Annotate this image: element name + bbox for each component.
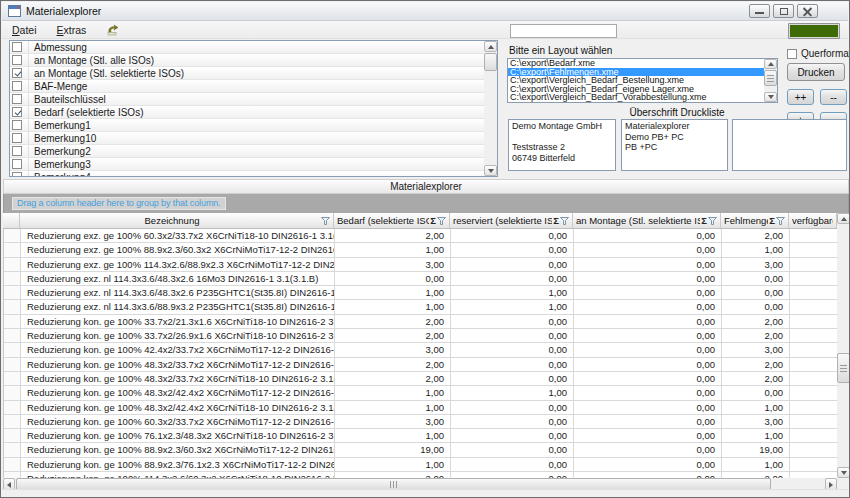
scroll-up-button[interactable] — [837, 213, 850, 224]
menu-bar: DateiExtras — [2, 21, 848, 39]
table-row[interactable]: Reduzierung kon. ge 100% 88.9x2.3/60.3x2… — [4, 443, 837, 457]
table-row[interactable]: Reduzierung kon. ge 100% 48.3x2/33.7x2 X… — [4, 358, 837, 372]
filter-icon[interactable] — [437, 217, 446, 225]
table-row[interactable]: Reduzierung kon. ge 100% 33.7x2/21.3x1.6… — [4, 315, 837, 329]
checkbox-cell — [10, 41, 29, 53]
scroll-up-button[interactable] — [484, 41, 497, 52]
column-header[interactable] — [3, 213, 20, 228]
value-cell: 2,00 — [335, 229, 451, 242]
header-title-box[interactable]: Materialexplorer Demo PB+ PC PB +PC — [621, 119, 728, 171]
scroll-down-button[interactable] — [764, 92, 777, 102]
checkbox[interactable] — [12, 120, 22, 130]
column-header-label: an Montage (Stl. selektierte ISOs) — [576, 215, 700, 226]
checkbox[interactable] — [12, 55, 22, 65]
table-row[interactable]: Reduzierung kon. ge 100% 48.3x2/42.4x2 X… — [4, 386, 837, 400]
column-header[interactable]: verfügbarer — [789, 213, 837, 228]
menu-item-datei[interactable]: Datei — [2, 21, 47, 38]
scroll-down-button[interactable] — [837, 467, 850, 478]
bezeichnung-cell: Reduzierung kon. ge 100% 48.3x2/33.7x2 X… — [21, 372, 335, 385]
field-list-item[interactable]: Bemerkung4 — [10, 171, 484, 176]
field-list-item[interactable]: Bemerkung2 — [10, 145, 484, 158]
sum-icon[interactable]: Σ — [430, 215, 436, 226]
column-header[interactable]: Bezeichnung — [20, 213, 334, 228]
field-list-item[interactable]: Bemerkung1 — [10, 119, 484, 132]
table-row[interactable]: Reduzierung exz. nl 114.3x3.6/48.3x2.6 1… — [4, 272, 837, 286]
scroll-up-button[interactable] — [764, 59, 777, 69]
sum-icon[interactable]: Σ — [701, 215, 707, 226]
sum-icon[interactable]: Σ — [769, 215, 775, 226]
layout-list-scrollbar[interactable] — [764, 59, 777, 102]
filter-icon[interactable] — [708, 217, 717, 225]
table-row[interactable]: Reduzierung exz. ge 100% 88.9x2.3/60.3x2… — [4, 243, 837, 257]
row-indicator — [4, 386, 21, 399]
maximize-button[interactable] — [773, 4, 794, 18]
layout-option[interactable]: C:\export\Vergleich_Bedarf_Vorabbestellu… — [508, 93, 764, 102]
column-header[interactable]: reserviert (selektierte ISOs)Σ — [450, 213, 573, 228]
column-header[interactable]: an Montage (Stl. selektierte ISOs)Σ — [573, 213, 721, 228]
table-row[interactable]: Reduzierung kon. ge 100% 76.1x2.3/48.3x2… — [4, 429, 837, 443]
field-list-item[interactable]: an Montage (Stl. selektierte ISOs) — [10, 67, 484, 80]
value-cell: 0,00 — [451, 272, 574, 285]
field-list-item[interactable]: an Montage (Stl. alle ISOs) — [10, 54, 484, 67]
plus-plus-button[interactable]: ++ — [787, 89, 814, 105]
checkbox[interactable] — [12, 42, 22, 52]
value-cell: 1,00 — [451, 286, 574, 299]
sum-icon[interactable]: Σ — [553, 215, 559, 226]
field-list-item[interactable]: Bemerkung3 — [10, 158, 484, 171]
filter-icon[interactable] — [776, 217, 785, 225]
checkbox[interactable] — [12, 107, 22, 117]
minus-minus-button[interactable]: -- — [820, 89, 847, 105]
field-list-item[interactable]: Abmessung — [10, 41, 484, 54]
checkbox[interactable] — [12, 172, 22, 176]
table-row[interactable]: Reduzierung exz. ge 100% 114.3x2.6/88.9x… — [4, 258, 837, 272]
field-list-item[interactable]: Bauteilschlüssel — [10, 93, 484, 106]
grid-vertical-scrollbar[interactable] — [837, 213, 850, 478]
maximize-icon — [780, 8, 788, 15]
column-header[interactable]: Bedarf (selektierte ISOs)Σ — [334, 213, 450, 228]
reload-icon[interactable] — [106, 24, 120, 36]
close-button[interactable] — [797, 4, 818, 18]
table-row[interactable]: Reduzierung exz. nl 114.3x3.6/88.9x3.2 P… — [4, 300, 837, 314]
checkbox[interactable] — [12, 133, 22, 143]
header-extra-box[interactable] — [732, 119, 847, 171]
table-row[interactable]: Reduzierung kon. ge 100% 88.9x2.3/76.1x2… — [4, 458, 837, 472]
filter-icon[interactable] — [560, 217, 569, 225]
table-row[interactable]: Reduzierung kon. ge 100% 48.3x2/42.4x2 X… — [4, 401, 837, 415]
value-cell: 3,00 — [722, 415, 790, 428]
table-row[interactable]: Reduzierung kon. ge 100% 48.3x2/33.7x2 X… — [4, 372, 837, 386]
filter-icon[interactable] — [321, 217, 330, 225]
checkbox[interactable] — [12, 146, 22, 156]
table-row[interactable]: Reduzierung exz. ge 100% 60.3x2/33.7x2 X… — [4, 229, 837, 243]
scroll-down-button[interactable] — [484, 165, 497, 176]
checkbox[interactable] — [12, 94, 22, 104]
field-label: Bemerkung4 — [29, 172, 91, 177]
minimize-button[interactable] — [749, 4, 770, 18]
field-list-scrollbar[interactable] — [484, 41, 497, 176]
table-row[interactable]: Reduzierung kon. ge 100% 60.3x2/33.7x2 X… — [4, 415, 837, 429]
scrollbar-thumb[interactable] — [764, 70, 777, 86]
field-list-item[interactable]: Bedarf (selektierte ISOs) — [10, 106, 484, 119]
drucken-button[interactable]: Drucken — [787, 63, 845, 81]
bezeichnung-cell: Reduzierung kon. ge 100% 76.1x2.3/48.3x2… — [21, 429, 335, 442]
checkbox[interactable] — [12, 81, 22, 91]
table-row[interactable]: Reduzierung exz. nl 114.3x3.6/48.3x2.6 P… — [4, 286, 837, 300]
table-row[interactable]: Reduzierung kon. ge 100% 33.7x2/26.9x1.6… — [4, 329, 837, 343]
value-cell: 0,00 — [574, 329, 722, 342]
header-address-box[interactable]: Demo Montage GmbH Teststrasse 2 06749 Bi… — [508, 119, 616, 171]
checkbox[interactable] — [12, 159, 22, 169]
color-swatch-button[interactable] — [788, 23, 840, 39]
checkbox[interactable] — [12, 68, 22, 78]
group-by-bar[interactable]: Drag a column header here to group by th… — [3, 194, 849, 213]
ueberschrift-label: Überschrift Druckliste — [597, 107, 757, 118]
layout-path-input[interactable] — [510, 24, 617, 38]
scrollbar-thumb[interactable] — [484, 53, 497, 71]
table-row[interactable]: Reduzierung kon. ge 100% 42.4x2/33.7x2 X… — [4, 343, 837, 357]
column-header[interactable]: FehlmengeΣ — [721, 213, 789, 228]
field-list-item[interactable]: BAF-Menge — [10, 80, 484, 93]
querformat-checkbox[interactable] — [787, 49, 797, 59]
menu-item-extras[interactable]: Extras — [47, 21, 97, 38]
scrollbar-thumb[interactable] — [837, 353, 850, 383]
value-cell: 19,00 — [722, 443, 790, 456]
field-list-item[interactable]: Bemerkung10 — [10, 132, 484, 145]
value-cell: 1,00 — [335, 286, 451, 299]
